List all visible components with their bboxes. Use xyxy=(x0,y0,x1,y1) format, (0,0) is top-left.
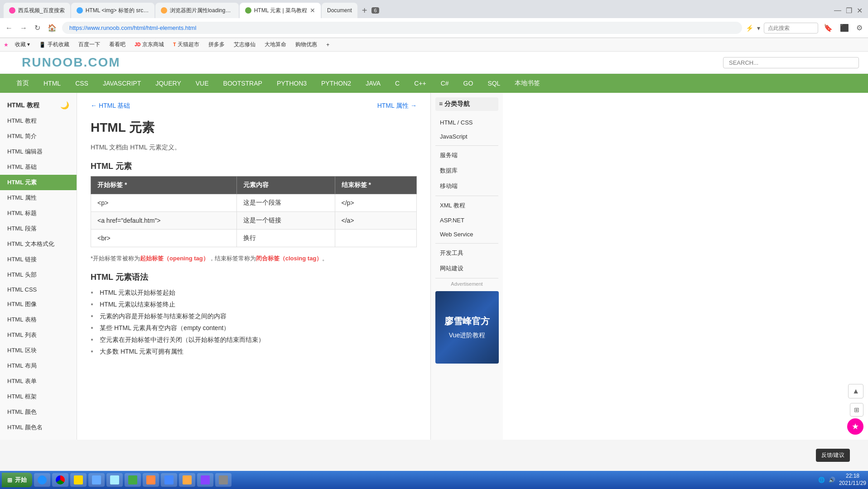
nav-java[interactable]: JAVA xyxy=(358,74,388,92)
tab-5[interactable]: Document xyxy=(322,3,357,18)
sidebar-item-colors[interactable]: HTML 颜色 xyxy=(0,404,77,420)
bookmark-aizhi[interactable]: 艾志修仙 xyxy=(231,40,258,49)
back-button[interactable]: ← xyxy=(4,22,14,34)
bookmarks-toggle[interactable]: 🔖 xyxy=(822,22,834,34)
bookmark-gouwu[interactable]: 购物优惠 xyxy=(293,40,320,49)
note-bold-2: 闭合标签（closing tag） xyxy=(256,255,323,262)
tab-3[interactable]: 浏览器图片属性loading="la... xyxy=(155,3,239,18)
grid-view-button[interactable]: ⊞ xyxy=(850,403,863,417)
bookmark-mobile[interactable]: 📱 手机收藏 xyxy=(36,40,72,49)
sidebar-item-frames[interactable]: HTML 框架 xyxy=(0,389,77,404)
nav-javascript[interactable]: JAVASCRIPT xyxy=(96,74,148,92)
sidebar-item-headings[interactable]: HTML 标题 xyxy=(0,206,77,221)
scroll-top-button[interactable]: ▲ xyxy=(848,384,863,398)
sidebar-item-head[interactable]: HTML 头部 xyxy=(0,267,77,283)
favorite-button[interactable]: ★ xyxy=(847,418,863,435)
nav-home[interactable]: 首页 xyxy=(9,74,36,93)
sidebar-item-editor[interactable]: HTML 编辑器 xyxy=(0,144,77,159)
page-navigation: ← HTML 基础 HTML 属性 → xyxy=(91,102,417,110)
bookmark-tmall[interactable]: T 天猫超市 xyxy=(170,40,202,49)
tab-icon-4 xyxy=(245,7,251,14)
new-tab-button[interactable]: + xyxy=(358,4,371,18)
nav-local-bookmarks[interactable]: 本地书签 xyxy=(507,74,547,93)
right-link-website[interactable]: 网站建设 xyxy=(435,261,498,276)
tab-close-4[interactable]: ✕ xyxy=(310,7,315,14)
bookmark-jd[interactable]: JD 京东商城 xyxy=(132,40,167,49)
right-link-htmlcss[interactable]: HTML / CSS xyxy=(435,115,498,129)
restore-button[interactable]: ❐ xyxy=(844,5,854,17)
settings-button[interactable]: ⚙ xyxy=(854,22,864,34)
table-row: <a href="default.htm"> 这是一个链接 </a> xyxy=(91,212,417,230)
forward-button[interactable]: → xyxy=(18,22,29,34)
minimize-button[interactable]: — xyxy=(832,5,843,16)
close-window-button[interactable]: ✕ xyxy=(855,5,864,17)
nav-cpp[interactable]: C++ xyxy=(407,74,433,92)
nav-jquery[interactable]: JQUERY xyxy=(148,74,188,92)
right-link-devtools[interactable]: 开发工具 xyxy=(435,245,498,261)
sidebar: HTML 教程 🌙 HTML 教程 HTML 简介 HTML 编辑器 HTML … xyxy=(0,93,77,440)
right-divider-1 xyxy=(435,145,498,146)
nav-go[interactable]: GO xyxy=(456,74,481,92)
sidebar-item-forms[interactable]: HTML 表单 xyxy=(0,374,77,389)
sidebar-item-elements[interactable]: HTML 元素 xyxy=(0,175,77,190)
sidebar-item-paragraphs[interactable]: HTML 段落 xyxy=(0,221,77,236)
bullets-list: HTML 元素以开始标签起始 HTML 元素以结束标签终止 元素的内容是开始标签… xyxy=(91,287,417,358)
nav-python2[interactable]: PYTHON2 xyxy=(314,74,358,92)
tab-2[interactable]: HTML <img> 标签的 src ... xyxy=(71,3,154,18)
nav-css[interactable]: CSS xyxy=(68,74,96,92)
moon-icon[interactable]: 🌙 xyxy=(60,101,69,110)
bookmark-star-icon: ★ xyxy=(4,42,9,48)
sidebar-item-links[interactable]: HTML 链接 xyxy=(0,252,77,267)
site-search[interactable] xyxy=(723,57,859,68)
right-link-webservice[interactable]: Web Service xyxy=(435,227,498,241)
right-link-mobile[interactable]: 移动端 xyxy=(435,178,498,194)
bookmark-favorites[interactable]: 收藏 ▾ xyxy=(12,40,33,49)
sidebar-item-intro[interactable]: HTML 简介 xyxy=(0,129,77,144)
right-link-aspnet[interactable]: ASP.NET xyxy=(435,213,498,227)
tab-count: 6 xyxy=(371,7,379,14)
right-link-javascript[interactable]: JavaScript xyxy=(435,129,498,144)
nav-vue[interactable]: VUE xyxy=(188,74,216,92)
bookmark-pinduoduo[interactable]: 拼多多 xyxy=(206,40,227,49)
table-cell: </a> xyxy=(335,212,416,230)
sidebar-item-lists[interactable]: HTML 列表 xyxy=(0,327,77,343)
refresh-button[interactable]: ↻ xyxy=(33,22,42,34)
bookmark-kankan[interactable]: 看看吧 xyxy=(106,40,128,49)
tab-4[interactable]: HTML 元素 | 菜鸟教程 ✕ xyxy=(240,3,321,18)
prev-page-link[interactable]: ← HTML 基础 xyxy=(91,102,130,110)
nav-sql[interactable]: SQL xyxy=(480,74,507,92)
right-link-database[interactable]: 数据库 xyxy=(435,163,498,178)
sidebar-item-formatting[interactable]: HTML 文本格式化 xyxy=(0,236,77,252)
bookmark-baidu[interactable]: 百度一下 xyxy=(76,40,103,49)
col-header-1: 开始标签 * xyxy=(91,177,237,194)
sidebar-item-colornames[interactable]: HTML 颜色名 xyxy=(0,420,77,435)
list-item: HTML 元素以结束标签终止 xyxy=(91,299,417,311)
dropdown-icon[interactable]: ▾ xyxy=(757,24,760,32)
nav-html[interactable]: HTML xyxy=(36,74,68,92)
sidebar-item-tutorial[interactable]: HTML 教程 xyxy=(0,113,77,129)
sidebar-item-tables[interactable]: HTML 表格 xyxy=(0,312,77,327)
right-link-server[interactable]: 服务端 xyxy=(435,148,498,163)
next-page-link[interactable]: HTML 属性 → xyxy=(377,102,417,110)
home-button[interactable]: 🏠 xyxy=(46,22,58,34)
sidebar-item-blocks[interactable]: HTML 区块 xyxy=(0,343,77,358)
sidebar-item-images[interactable]: HTML 图像 xyxy=(0,297,77,312)
lightning-icon: ⚡ xyxy=(746,24,753,32)
sidebar-item-layout[interactable]: HTML 布局 xyxy=(0,358,77,374)
right-link-xml[interactable]: XML 教程 xyxy=(435,198,498,213)
address-input[interactable] xyxy=(62,22,742,34)
bookmark-dasuan[interactable]: 大地算命 xyxy=(262,40,289,49)
sidebar-item-css[interactable]: HTML CSS xyxy=(0,283,77,297)
nav-bootstrap[interactable]: BOOTSTRAP xyxy=(216,74,270,92)
sidebar-item-attributes[interactable]: HTML 属性 xyxy=(0,190,77,206)
nav-python3[interactable]: PYTHON3 xyxy=(270,74,314,92)
sidebar-item-basic[interactable]: HTML 基础 xyxy=(0,159,77,175)
extensions-button[interactable]: ⬛ xyxy=(838,22,851,34)
tab-1[interactable]: 西瓜视频_百度搜索 xyxy=(4,3,70,18)
nav-csharp[interactable]: C# xyxy=(434,74,456,92)
ad-banner[interactable]: 廖雪峰官方 Vue进阶教程 xyxy=(435,291,499,364)
table-cell xyxy=(335,230,416,247)
nav-c[interactable]: C xyxy=(388,74,407,92)
site-search-input[interactable] xyxy=(764,23,818,34)
bookmark-add[interactable]: + xyxy=(323,41,332,49)
